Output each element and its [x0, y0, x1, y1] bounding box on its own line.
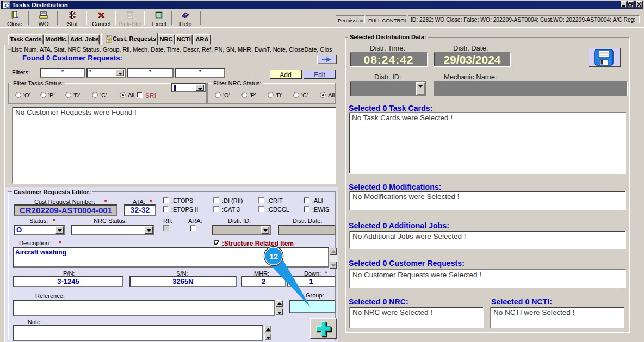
svg-text:12: 12 — [269, 252, 278, 261]
